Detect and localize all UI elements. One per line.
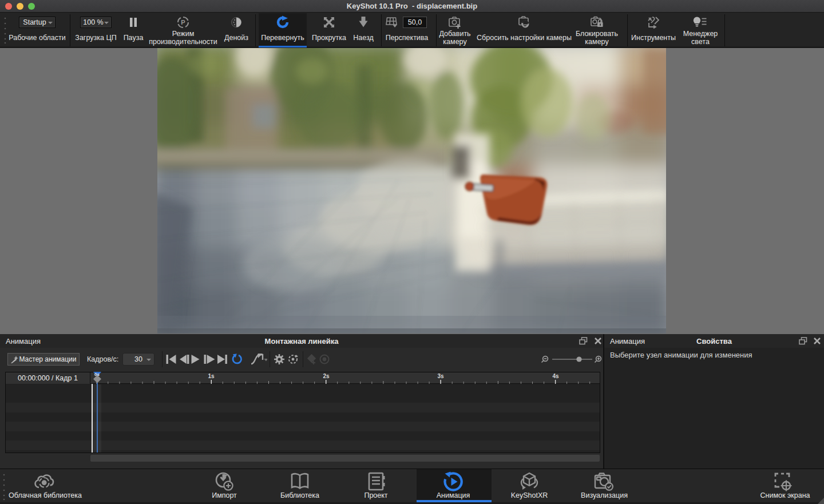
svg-text:2s: 2s <box>323 373 330 379</box>
svg-text:1s: 1s <box>208 373 215 379</box>
svg-text:P: P <box>181 19 185 26</box>
svg-text:4s: 4s <box>552 373 559 379</box>
svg-text:0s: 0s <box>94 372 100 377</box>
svg-text:3s: 3s <box>437 373 444 379</box>
